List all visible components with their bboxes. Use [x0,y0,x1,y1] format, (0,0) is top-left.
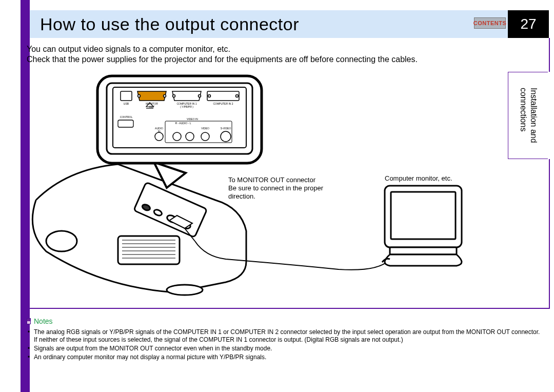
svg-rect-39 [118,120,133,127]
frame-line [21,308,550,309]
svg-text:OUT: OUT [149,105,155,108]
svg-point-18 [138,95,141,97]
page-number: 27 [508,10,549,38]
note-item: An ordinary computer monitor may not dis… [27,354,545,361]
page-title: How to use the output connector [40,14,299,34]
svg-text:Be sure to connect in the prop: Be sure to connect in the proper [228,184,324,192]
svg-text:R - AUDIO - L: R - AUDIO - L [175,122,191,125]
svg-point-12 [46,231,77,251]
svg-rect-51 [391,192,456,239]
intro-text: You can output video signals to a comput… [27,44,514,65]
page-root: How to use the output connector CONTENTS… [0,0,554,392]
svg-point-41 [173,132,181,141]
monitor-illustration: Computer monitor, etc. [382,174,462,266]
intro-line: Check that the power supplies for the pr… [27,54,514,65]
svg-point-13 [167,285,203,295]
diagram: USB MONITOROUT COMPUTER IN 1( Y/PB/PR ) … [31,67,508,308]
svg-text:COMPUTER IN 2: COMPUTER IN 2 [213,102,233,105]
svg-rect-17 [121,91,132,101]
frame-line [549,38,550,72]
notes-heading: Notes [34,317,53,325]
contents-button[interactable]: CONTENTS [474,17,506,29]
section-tab-label: Installation andconnections [518,88,539,143]
svg-point-42 [186,132,194,141]
callout-text: To MONITOR OUT connector Be sure to conn… [228,176,324,200]
notes-section: Notes The analog RGB signals or Y/PB/PR … [27,317,545,362]
svg-point-44 [221,131,231,142]
svg-rect-22 [207,91,239,101]
svg-text:To MONITOR OUT connector: To MONITOR OUT connector [228,176,316,184]
svg-text:CONTROL: CONTROL [120,115,133,119]
svg-text:Computer monitor, etc.: Computer monitor, etc. [385,174,452,182]
svg-text:( Y/PB/PR ): ( Y/PB/PR ) [180,105,193,108]
svg-rect-52 [390,247,457,254]
svg-text:direction.: direction. [228,192,255,200]
section-tab[interactable]: Installation andconnections [508,72,548,159]
svg-point-23 [208,95,211,97]
title-bar: How to use the output connector [30,10,508,38]
notes-icon [27,318,31,324]
svg-point-43 [201,132,209,141]
intro-line: You can output video signals to a comput… [27,44,514,54]
svg-text:S-VIDEO: S-VIDEO [221,127,231,130]
frame-line [549,159,550,308]
projector-illustration [32,164,246,295]
svg-point-19 [164,95,166,97]
note-item: Signals are output from the MONITOR OUT … [27,345,545,352]
svg-point-40 [155,132,163,141]
svg-text:USB: USB [124,102,129,105]
svg-text:VIDEO IN: VIDEO IN [187,117,198,121]
svg-text:VIDEO: VIDEO [201,127,209,130]
note-item: The analog RGB signals or Y/PB/PR signal… [27,328,545,344]
svg-point-21 [199,95,201,97]
svg-point-20 [173,95,175,97]
svg-point-24 [236,95,239,97]
